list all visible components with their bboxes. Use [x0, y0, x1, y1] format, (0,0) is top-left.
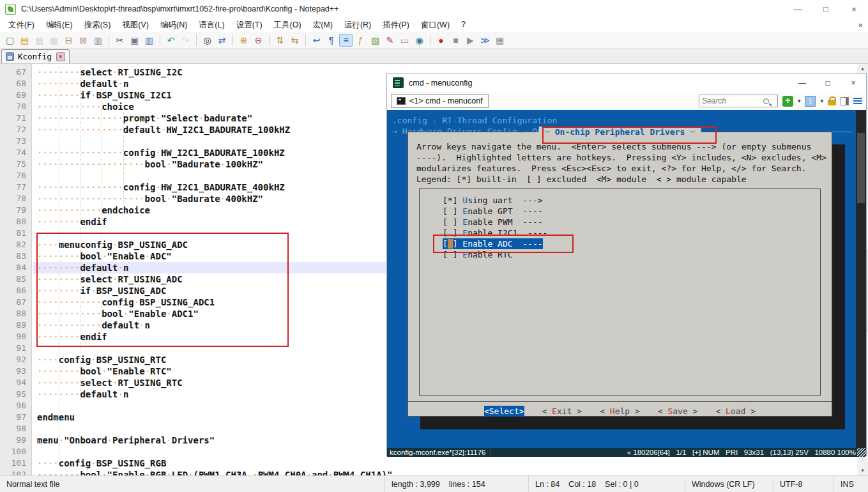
console-search-box[interactable]: [699, 95, 778, 107]
find-icon[interactable]: ◎: [201, 34, 214, 47]
npp-maximize-button[interactable]: □: [812, 1, 840, 17]
show-all-chars-icon[interactable]: ¶: [324, 34, 338, 47]
indent-guide-icon[interactable]: ≡: [339, 34, 353, 47]
monitoring-eye-icon[interactable]: ◉: [413, 34, 426, 47]
editor-line[interactable]: ················default·HW_I2C1_BADURATE…: [37, 124, 290, 135]
folder-workspace-icon[interactable]: ▭: [398, 34, 411, 47]
cmd-minimize-button[interactable]: —: [789, 74, 815, 91]
sync-vertical-icon[interactable]: ⇅: [273, 34, 287, 47]
menubar-item[interactable]: 插件(P): [377, 18, 415, 33]
window-switch-button[interactable]: 1: [805, 96, 816, 107]
editor-line[interactable]: ················config·HW_I2C1_BADURATE_…: [37, 181, 285, 193]
sync-horizontal-icon[interactable]: ⇆: [288, 34, 301, 47]
npp-minimize-button[interactable]: —: [784, 1, 812, 17]
select-button[interactable]: <Select>: [484, 406, 524, 417]
editor-line[interactable]: endmenu: [37, 411, 75, 423]
lock-icon[interactable]: [828, 100, 836, 105]
close-all-icon[interactable]: ⊠: [77, 34, 90, 47]
editor-line[interactable]: ········default·n: [37, 78, 128, 89]
menu-item-enable-i2c1[interactable]: [ ] Enable I2C1 ----: [443, 227, 547, 238]
npp-doc-close-icon[interactable]: ×: [858, 20, 863, 30]
menu-item-using-uart[interactable]: [*] Using uart --->: [443, 195, 543, 206]
editor-line[interactable]: ········bool·"Enable·ADC": [37, 250, 172, 262]
copy-icon[interactable]: ▣: [128, 34, 141, 47]
editor-line[interactable]: ················prompt·"Select·badurate": [37, 112, 252, 124]
print-icon[interactable]: ▥: [91, 34, 105, 47]
zoom-in-icon[interactable]: ⊕: [237, 34, 250, 47]
macro-stop-icon[interactable]: ■: [449, 34, 462, 47]
macro-play-icon[interactable]: ▶: [464, 34, 477, 47]
open-folder-icon[interactable]: ▤: [18, 34, 31, 47]
window-switch-dropdown-icon[interactable]: ▾: [820, 98, 823, 104]
menuconfig-console[interactable]: .config - RT-Thread Configuration → Hard…: [387, 110, 866, 448]
editor-line[interactable]: ············endchoice: [37, 204, 150, 216]
editor-line[interactable]: ········default·n: [37, 388, 128, 400]
document-map-icon[interactable]: ▧: [369, 34, 382, 47]
menubar-item[interactable]: 运行(R): [339, 18, 377, 33]
editor-line[interactable]: ········endif: [37, 331, 107, 342]
search-icon[interactable]: [763, 98, 769, 104]
editor-line[interactable]: ············choice: [37, 101, 134, 112]
cmd-console-tab[interactable]: <1> cmd - menuconf: [391, 94, 489, 108]
macro-record-icon[interactable]: ●: [434, 34, 448, 47]
editor-line[interactable]: menu·"Onboard·Peripheral·Drivers": [37, 434, 215, 446]
replace-icon[interactable]: ⇄: [215, 34, 229, 47]
editor-line[interactable]: ········default·n: [37, 262, 128, 273]
help-button[interactable]: < Help >: [600, 406, 640, 417]
cmd-maximize-button[interactable]: □: [815, 74, 841, 91]
status-ins-mode[interactable]: INS: [834, 476, 868, 492]
editor-line[interactable]: ····config·BSP_USING_RGB: [37, 457, 166, 469]
cmd-close-button[interactable]: ×: [841, 74, 866, 91]
save-button[interactable]: < Save >: [658, 406, 698, 417]
paste-icon[interactable]: ▥: [142, 34, 156, 47]
menubar-item[interactable]: 窗口(W): [415, 18, 455, 33]
menu-item-enable-adc[interactable]: [ ] Enable ADC ----: [443, 238, 543, 249]
editor-line[interactable]: ····menuconfig·BSP_USING_ADC: [37, 239, 188, 250]
tab-kconfig[interactable]: Kconfig ×: [1, 49, 70, 63]
menubar-item[interactable]: 编辑(E): [40, 18, 79, 33]
editor-line[interactable]: ········bool·"Enable·RGB·LED·(PWM1_CH3A,…: [37, 469, 392, 475]
editor-line[interactable]: ········bool·"Enable·RTC": [37, 365, 172, 377]
editor-line[interactable]: ················config·HW_I2C1_BADURATE_…: [37, 147, 285, 158]
menubar-item[interactable]: 编码(N): [155, 18, 193, 33]
resize-grip-icon[interactable]: [857, 448, 866, 457]
hamburger-menu-icon[interactable]: [853, 98, 862, 105]
editor-line[interactable]: ····················bool·"Badurate·100kH…: [37, 158, 263, 170]
word-wrap-icon[interactable]: ↩: [310, 34, 323, 47]
status-encoding[interactable]: UTF-8: [773, 476, 834, 492]
tab-close-icon[interactable]: ×: [56, 52, 65, 61]
new-console-button[interactable]: +: [782, 96, 793, 107]
search-input[interactable]: [702, 96, 763, 105]
editor-line[interactable]: ········endif: [37, 216, 107, 227]
document-edit-icon[interactable]: ✎: [383, 34, 397, 47]
console-scrollbar[interactable]: [856, 110, 866, 448]
menubar-item[interactable]: 视图(V): [116, 18, 155, 33]
editor-line[interactable]: ····················bool·"Badurate·400kH…: [37, 193, 263, 204]
menubar-item[interactable]: 宏(M): [307, 18, 339, 33]
editor-line[interactable]: ············config·BSP_USING_ADC1: [37, 296, 215, 308]
editor-line[interactable]: ············default·n: [37, 319, 150, 331]
scrollbar-up-icon[interactable]: ▲: [857, 64, 868, 73]
editor-line[interactable]: ········if·BSP_USING_I2C1: [37, 89, 172, 101]
editor-line[interactable]: ············bool·"Enable·ADC1": [37, 308, 199, 319]
close-file-icon[interactable]: ⊟: [62, 34, 75, 47]
zoom-out-icon[interactable]: ⊖: [252, 34, 265, 47]
menubar-item[interactable]: 设置(T): [231, 18, 268, 33]
new-file-icon[interactable]: ▢: [3, 34, 17, 47]
function-list-icon[interactable]: ƒ: [354, 34, 367, 47]
new-console-dropdown-icon[interactable]: ▾: [798, 98, 801, 104]
scrollbar-down-icon[interactable]: ▼: [857, 466, 868, 475]
menu-item-enable-gpt[interactable]: [ ] Enable GPT ----: [443, 206, 543, 217]
editor-line[interactable]: ····config·BSP_USING_RTC: [37, 354, 166, 365]
menubar-item[interactable]: 搜索(S): [79, 18, 117, 33]
load-button[interactable]: < Load >: [715, 406, 756, 417]
menu-item-enable-pwm[interactable]: [ ] Enable PWM ----: [443, 217, 543, 227]
menubar-item[interactable]: ?: [455, 18, 471, 33]
menubar-item[interactable]: 文件(F): [3, 18, 40, 33]
exit-button[interactable]: < Exit >: [542, 406, 582, 417]
macro-run-multi-icon[interactable]: ≫: [478, 34, 492, 47]
cut-icon[interactable]: ✂: [113, 34, 126, 47]
status-eol[interactable]: Windows (CR LF): [685, 476, 773, 492]
sidebar-panel-icon[interactable]: [841, 97, 849, 105]
console-scrollbar-thumb[interactable]: [857, 133, 865, 203]
